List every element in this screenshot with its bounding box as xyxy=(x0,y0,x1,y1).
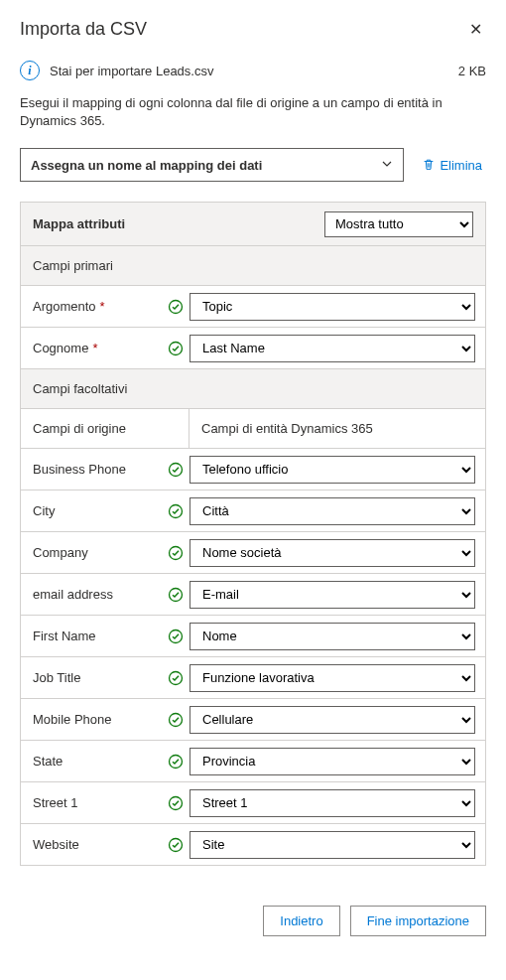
mapping-row: Mobile PhoneCellulare xyxy=(21,699,485,741)
mapping-row: CityCittà xyxy=(21,490,485,532)
dest-field-dropdown[interactable]: Topic xyxy=(190,293,475,321)
dest-field-cell: Provincia xyxy=(190,741,485,781)
dest-field-cell: Nome xyxy=(190,616,485,656)
column-headers: Campi di origine Campi di entità Dynamic… xyxy=(21,409,485,449)
panel-title: Importa da CSV xyxy=(20,19,147,40)
dest-field-dropdown[interactable]: Provincia xyxy=(190,748,475,775)
source-field-cell: Website xyxy=(21,824,162,865)
dest-field-cell: Città xyxy=(190,490,485,531)
source-field-label: Website xyxy=(33,837,79,852)
map-attributes-header: Mappa attributi Mostra tutto xyxy=(21,203,485,246)
check-circle-icon xyxy=(168,503,184,519)
delete-mapping-button[interactable]: Elimina xyxy=(418,154,486,177)
dest-field-cell: Cellulare xyxy=(190,699,485,740)
status-cell xyxy=(162,782,190,823)
check-circle-icon xyxy=(168,837,184,853)
dest-field-cell: Funzione lavorativa xyxy=(190,657,485,698)
dest-field-dropdown[interactable]: Città xyxy=(190,497,475,525)
required-marker: * xyxy=(100,299,105,314)
check-circle-icon xyxy=(168,629,184,644)
source-field-label: First Name xyxy=(33,629,96,643)
dest-field-cell: Topic xyxy=(190,286,485,327)
close-icon: ✕ xyxy=(469,21,482,38)
check-circle-icon xyxy=(168,670,184,686)
status-cell xyxy=(162,532,190,573)
dest-field-cell: Site xyxy=(190,824,485,865)
mapping-row: email addressE-mail xyxy=(21,574,485,616)
file-info-left: i Stai per importare Leads.csv xyxy=(20,61,213,80)
source-field-cell: Street 1 xyxy=(21,782,162,823)
check-circle-icon xyxy=(168,299,184,315)
check-circle-icon xyxy=(168,341,184,356)
source-field-label: Cognome xyxy=(33,341,88,355)
dest-field-dropdown[interactable]: E-mail xyxy=(190,581,475,609)
import-csv-panel: Importa da CSV ✕ i Stai per importare Le… xyxy=(0,0,506,960)
status-cell xyxy=(162,657,190,698)
mapping-row: CompanyNome società xyxy=(21,532,485,574)
dest-field-dropdown[interactable]: Last Name xyxy=(190,335,475,362)
primary-fields-label: Campi primari xyxy=(33,258,113,273)
dest-field-dropdown[interactable]: Funzione lavorativa xyxy=(190,664,475,692)
footer-buttons: Indietro Fine importazione xyxy=(20,906,486,936)
check-circle-icon xyxy=(168,462,184,478)
source-field-label: Business Phone xyxy=(33,462,126,477)
dest-field-cell: Last Name xyxy=(190,328,485,368)
source-field-cell: Business Phone xyxy=(21,449,162,490)
mapping-row: Cognome*Last Name xyxy=(21,328,485,369)
source-field-label: Street 1 xyxy=(33,795,78,810)
dest-field-cell: Nome società xyxy=(190,532,485,573)
dest-field-cell: Street 1 xyxy=(190,782,485,823)
dest-field-dropdown[interactable]: Nome xyxy=(190,623,475,650)
mapping-row: WebsiteSite xyxy=(21,824,485,866)
map-attributes-label: Mappa attributi xyxy=(33,216,125,231)
source-field-cell: email address xyxy=(21,574,162,615)
status-cell xyxy=(162,616,190,656)
finish-import-button[interactable]: Fine importazione xyxy=(350,906,486,936)
dest-field-dropdown[interactable]: Cellulare xyxy=(190,706,475,734)
dest-column-header: Campi di entità Dynamics 365 xyxy=(190,409,485,448)
check-circle-icon xyxy=(168,545,184,561)
status-cell xyxy=(162,328,190,368)
close-button[interactable]: ✕ xyxy=(465,16,486,43)
mapping-row: First NameNome xyxy=(21,616,485,657)
dest-field-dropdown[interactable]: Street 1 xyxy=(190,789,475,817)
file-info-text: Stai per importare Leads.csv xyxy=(50,64,213,78)
source-field-label: Job Title xyxy=(33,670,80,685)
status-cell xyxy=(162,490,190,531)
source-field-cell: First Name xyxy=(21,616,162,656)
source-field-label: State xyxy=(33,754,63,769)
source-field-cell: Mobile Phone xyxy=(21,699,162,740)
info-icon: i xyxy=(20,61,40,80)
dest-field-dropdown[interactable]: Nome società xyxy=(190,539,475,567)
mapping-name-row: Assegna un nome al mapping dei dati Elim… xyxy=(20,148,486,182)
status-cell xyxy=(162,574,190,615)
check-circle-icon xyxy=(168,587,184,603)
status-cell xyxy=(162,824,190,865)
optional-fields-label: Campi facoltativi xyxy=(33,381,127,396)
dest-field-cell: E-mail xyxy=(190,574,485,615)
mapping-row: Street 1Street 1 xyxy=(21,782,485,824)
mapping-table: Mappa attributi Mostra tutto Campi prima… xyxy=(20,202,486,866)
chevron-down-icon xyxy=(381,158,393,173)
dest-field-dropdown[interactable]: Site xyxy=(190,831,475,859)
source-field-label: Argomento xyxy=(33,299,96,314)
back-button[interactable]: Indietro xyxy=(263,906,339,936)
source-field-label: Company xyxy=(33,545,88,560)
primary-fields-header: Campi primari xyxy=(21,246,485,286)
source-field-cell: Cognome* xyxy=(21,328,162,368)
source-field-label: City xyxy=(33,503,55,518)
mapping-name-dropdown[interactable]: Assegna un nome al mapping dei dati xyxy=(20,148,404,182)
mapping-row: Job TitleFunzione lavorativa xyxy=(21,657,485,699)
source-field-label: email address xyxy=(33,587,113,602)
mapping-name-label: Assegna un nome al mapping dei dati xyxy=(31,158,381,173)
source-field-cell: Job Title xyxy=(21,657,162,698)
filter-dropdown[interactable]: Mostra tutto xyxy=(324,211,473,237)
delete-label: Elimina xyxy=(440,158,482,173)
dest-field-dropdown[interactable]: Telefono ufficio xyxy=(190,456,475,484)
status-cell xyxy=(162,286,190,327)
optional-fields-header: Campi facoltativi xyxy=(21,369,485,409)
check-circle-icon xyxy=(168,795,184,811)
trash-icon xyxy=(422,158,436,172)
check-circle-icon xyxy=(168,712,184,728)
file-size: 2 KB xyxy=(458,64,486,78)
